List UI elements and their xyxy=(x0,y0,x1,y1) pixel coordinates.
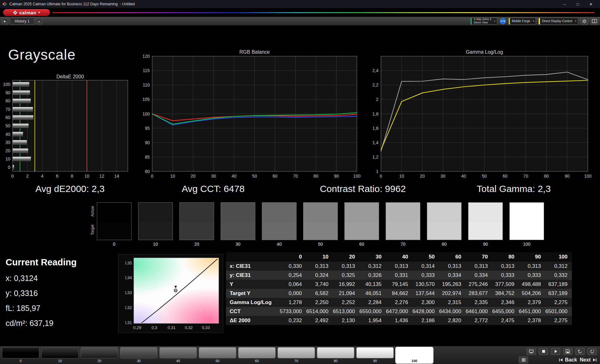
svg-text:40: 40 xyxy=(461,174,466,179)
pattern-level-button[interactable]: 80 xyxy=(317,347,354,363)
layout-button[interactable] xyxy=(591,18,598,25)
stop-button[interactable] xyxy=(539,348,548,355)
swatch-level-label: 60 xyxy=(344,242,379,247)
grayscale-swatch: 70 xyxy=(386,202,420,247)
square-icon xyxy=(522,358,526,362)
back-button[interactable]: Back xyxy=(559,357,577,363)
svg-text:80: 80 xyxy=(145,169,150,174)
table-corner-cell xyxy=(226,252,280,262)
pattern-level-button[interactable]: 70 xyxy=(278,347,315,363)
swatch-target-half xyxy=(345,222,379,240)
stat-contrast-ratio: Contrast Ratio: 9962 xyxy=(320,184,406,194)
table-cell: 2,284 xyxy=(359,298,386,307)
pattern-level-button[interactable]: 90 xyxy=(356,347,394,363)
table-column-header: 30 xyxy=(359,252,386,262)
pattern-level-button[interactable]: 30 xyxy=(120,347,158,363)
monitor-icon xyxy=(529,350,533,353)
table-row: y: CIE310,2540,3240,3250,3260,3310,3330,… xyxy=(226,271,572,280)
play-arrow-icon: ▶ xyxy=(4,20,6,23)
pattern-level-label: 30 xyxy=(120,358,158,363)
pattern-level-button[interactable]: 10 xyxy=(41,347,79,363)
navigation-row: Back Next xyxy=(519,356,597,364)
swatch-patch xyxy=(97,202,132,240)
table-cell: 377,509 xyxy=(492,280,519,289)
calman-diamond-icon xyxy=(13,11,17,15)
svg-text:30: 30 xyxy=(211,174,216,179)
table-row-label: Gamma Log/Log xyxy=(226,298,280,307)
svg-text:20: 20 xyxy=(191,174,196,179)
minimize-button[interactable]: – xyxy=(558,0,571,8)
table-cell: 504,206 xyxy=(519,289,545,298)
grayscale-swatch: 20 xyxy=(179,202,214,247)
close-button[interactable]: ✕ xyxy=(584,0,598,8)
reset-button[interactable] xyxy=(575,348,585,355)
pattern-level-button[interactable]: 50 xyxy=(199,347,236,363)
display-control-dropdown[interactable]: Direct Display Control ▾ xyxy=(538,18,578,25)
table-row: CCT5733,0006514,0006513,0006550,0006472,… xyxy=(226,307,572,316)
title-bar: Calman 2025 Calman Ultimate for Business… xyxy=(0,0,600,8)
pattern-level-button[interactable]: 20 xyxy=(81,347,118,363)
table-cell: 0,333 xyxy=(492,271,519,280)
svg-text:50: 50 xyxy=(252,174,257,179)
pattern-level-label: 50 xyxy=(199,358,236,363)
svg-text:80: 80 xyxy=(313,174,318,179)
swatch-level-label: 20 xyxy=(179,242,214,247)
reading-y: y: 0,3316 xyxy=(6,286,118,301)
table-cell: 0,332 xyxy=(545,271,572,280)
pattern-level-button[interactable]: 0 xyxy=(2,347,39,363)
table-column-header: 20 xyxy=(333,252,359,262)
meter-dropdown[interactable]: X-Rite i1Pro 3 Direct View ▾ xyxy=(470,18,497,25)
table-cell: 0,324 xyxy=(306,271,333,280)
tab-history-1[interactable]: History 1 xyxy=(10,18,34,25)
svg-text:0,33: 0,33 xyxy=(125,290,132,295)
rotate-ccw-icon xyxy=(578,349,582,354)
meter-label: X-Rite i1Pro 3 Direct View xyxy=(474,18,491,24)
pattern-button-row: 0102030405060708090100 xyxy=(2,347,433,363)
settings-button[interactable] xyxy=(581,18,588,25)
pattern-level-button[interactable]: 60 xyxy=(238,347,276,363)
svg-text:0,3: 0,3 xyxy=(152,325,157,330)
add-tab-button[interactable]: ▴ xyxy=(36,18,42,24)
swatch-target-half xyxy=(386,222,420,240)
table-cell: 2,335 xyxy=(466,298,492,307)
pattern-level-button[interactable]: 40 xyxy=(159,347,197,363)
history-nav-button[interactable]: ▶ xyxy=(2,18,8,24)
next-button[interactable]: Next xyxy=(580,357,597,363)
svg-text:2: 2 xyxy=(376,97,378,102)
refresh-button[interactable] xyxy=(588,348,597,355)
svg-text:10: 10 xyxy=(84,174,89,179)
swatch-patch xyxy=(179,202,214,240)
pattern-level-button[interactable]: 100 xyxy=(396,347,433,363)
table-cell: 2,475 xyxy=(492,316,519,325)
main-content: Grayscale DeltaE 2000 RGB Balance Gamma … xyxy=(0,26,600,346)
grayscale-swatch: 10 xyxy=(138,202,173,247)
table-cell: 6513,000 xyxy=(333,307,359,316)
swatch-actual-half xyxy=(303,203,338,222)
calman-logo-menu[interactable]: calman ▾ xyxy=(3,9,50,16)
chevron-down-icon: ▾ xyxy=(494,20,495,22)
current-reading-panel: Current Reading x: 0,3124 y: 0,3316 fL: … xyxy=(6,257,118,331)
maximize-button[interactable]: □ xyxy=(571,0,584,8)
brand-bar: calman ▾ xyxy=(0,8,600,17)
calman-app-icon xyxy=(2,2,7,6)
save-button[interactable] xyxy=(563,348,572,355)
chevron-down-icon: ▾ xyxy=(575,20,576,22)
table-cell: 3,740 xyxy=(306,280,333,289)
table-cell: 0,313 xyxy=(306,262,333,271)
pattern-window-button[interactable] xyxy=(519,357,528,363)
table-column-header: 90 xyxy=(519,252,545,262)
display-window-button[interactable] xyxy=(527,348,536,355)
table-cell: 0,312 xyxy=(359,262,386,271)
rotate-cw-icon xyxy=(590,349,594,354)
svg-text:6: 6 xyxy=(56,174,58,179)
table-cell: 5733,000 xyxy=(280,307,306,316)
next-label: Next xyxy=(580,357,591,363)
swatch-actual-half xyxy=(345,203,379,222)
reading-fl: fL: 185,97 xyxy=(6,301,118,316)
play-button[interactable] xyxy=(551,348,560,355)
swatch-target-half xyxy=(510,222,544,240)
table-cell: 283,677 xyxy=(466,289,492,298)
svg-text:80: 80 xyxy=(5,98,10,103)
source-dropdown[interactable]: Mobile Forge ▾ xyxy=(508,18,536,25)
svg-text:90: 90 xyxy=(334,174,339,179)
